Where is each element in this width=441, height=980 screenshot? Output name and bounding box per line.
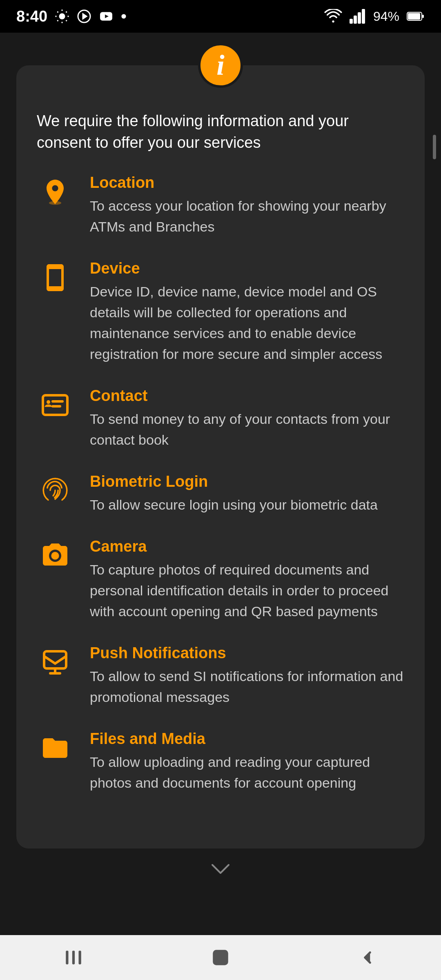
biometric-title: Biometric Login — [90, 473, 404, 490]
permission-item-device: Device Device ID, device name, device mo… — [37, 260, 404, 365]
main-content: i We require the following information a… — [0, 33, 441, 935]
info-icon: i — [216, 51, 224, 80]
permission-item-biometric: Biometric Login To allow secure login us… — [37, 473, 404, 515]
svg-rect-14 — [350, 19, 353, 24]
status-bar: 8:40 — [0, 0, 441, 33]
device-title: Device — [90, 260, 404, 277]
svg-point-0 — [59, 13, 65, 20]
permission-item-location: Location To access your location for sho… — [37, 174, 404, 237]
permission-item-push: Push Notifications To allow to send SI n… — [37, 644, 404, 708]
files-text: Files and Media To allow uploading and r… — [90, 730, 404, 793]
battery-text: 94% — [373, 9, 399, 24]
svg-rect-28 — [72, 951, 75, 964]
youtube-icon — [99, 9, 114, 24]
svg-line-8 — [66, 11, 67, 12]
svg-point-13 — [121, 14, 126, 18]
device-text: Device Device ID, device name, device mo… — [90, 260, 404, 365]
svg-line-4 — [66, 20, 67, 21]
info-icon-wrapper: i — [198, 43, 243, 88]
svg-rect-15 — [354, 16, 357, 24]
biometric-icon — [37, 473, 74, 506]
svg-line-3 — [57, 11, 58, 12]
svg-rect-16 — [358, 12, 361, 24]
permissions-card: i We require the following information a… — [16, 65, 425, 849]
play-icon — [77, 9, 91, 24]
svg-marker-10 — [83, 14, 87, 19]
camera-desc: To capture photos of required documents … — [90, 559, 404, 622]
location-text: Location To access your location for sho… — [90, 174, 404, 237]
files-title: Files and Media — [90, 730, 404, 748]
location-icon — [37, 174, 74, 207]
biometric-text: Biometric Login To allow secure login us… — [90, 473, 404, 515]
svg-rect-27 — [66, 951, 68, 964]
location-desc: To access your location for showing your… — [90, 196, 404, 237]
dot-icon — [121, 13, 127, 19]
recents-button[interactable] — [57, 941, 90, 974]
camera-title: Camera — [90, 538, 404, 555]
contact-desc: To send money to any of your contacts fr… — [90, 409, 404, 450]
push-title: Push Notifications — [90, 644, 404, 662]
svg-point-21 — [49, 201, 61, 205]
home-button[interactable] — [204, 941, 237, 974]
contact-icon — [37, 387, 74, 420]
device-desc: Device ID, device name, device model and… — [90, 281, 404, 365]
header-text: We require the following information and… — [37, 110, 404, 154]
permission-item-camera: Camera To capture photos of required doc… — [37, 538, 404, 622]
battery-icon — [407, 11, 425, 22]
contact-text: Contact To send money to any of your con… — [90, 387, 404, 450]
svg-line-7 — [57, 20, 58, 21]
push-text: Push Notifications To allow to send SI n… — [90, 644, 404, 708]
svg-rect-20 — [422, 15, 424, 18]
svg-rect-29 — [79, 951, 81, 964]
camera-text: Camera To capture photos of required doc… — [90, 538, 404, 622]
back-button[interactable] — [351, 941, 384, 974]
device-icon — [37, 260, 74, 292]
status-time: 8:40 — [16, 8, 47, 25]
permission-item-files: Files and Media To allow uploading and r… — [37, 730, 404, 793]
scroll-indicator — [0, 861, 441, 879]
files-icon — [37, 730, 74, 763]
svg-rect-17 — [362, 9, 365, 24]
camera-icon — [37, 538, 74, 570]
contact-title: Contact — [90, 387, 404, 405]
biometric-desc: To allow secure login using your biometr… — [90, 494, 404, 515]
bottom-nav-bar — [0, 935, 441, 980]
permission-item-contact: Contact To send money to any of your con… — [37, 387, 404, 450]
svg-rect-19 — [408, 13, 420, 20]
files-desc: To allow uploading and reading your capt… — [90, 752, 404, 793]
sun-icon — [55, 9, 69, 24]
status-left: 8:40 — [16, 8, 127, 25]
push-icon — [37, 644, 74, 677]
status-icons: 94% — [324, 9, 425, 24]
scrollbar[interactable] — [433, 135, 436, 159]
location-title: Location — [90, 174, 404, 192]
wifi-icon — [324, 9, 342, 24]
push-desc: To allow to send SI notifications for in… — [90, 666, 404, 708]
signal-icon — [350, 9, 366, 24]
svg-rect-30 — [214, 951, 227, 964]
